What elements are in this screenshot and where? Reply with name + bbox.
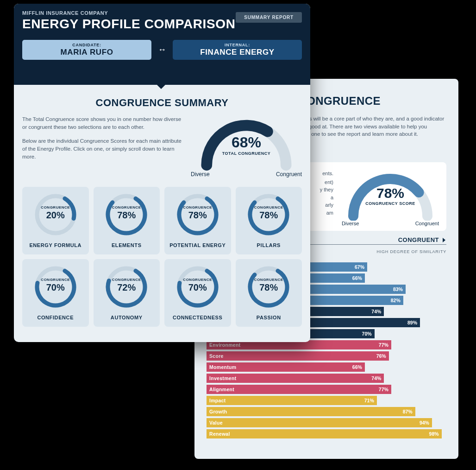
bar-value: 87%: [403, 409, 413, 414]
compare-row: CANDIDATE: MARIA RUFO ↔ INTERNAL: FINANC…: [22, 40, 302, 60]
bar-value: 89%: [407, 320, 417, 325]
congruence-card[interactable]: CONGRUENCE 78% PILLARS: [236, 187, 302, 254]
congruence-card[interactable]: CONGRUENCE 70% CONNECTEDNESS: [164, 259, 231, 327]
donut-chart: CONGRUENCE 78%: [247, 193, 290, 236]
donut-value: 78%: [176, 210, 219, 221]
bar-name: Impact: [209, 398, 226, 403]
bar-name: Growth: [209, 409, 227, 414]
internal-name: FINANCE ENERGY: [173, 48, 302, 57]
gauge-end-diverse: Diverse: [191, 171, 210, 178]
congruence-summary-title: CONGRUENCE SUMMARY: [22, 97, 302, 109]
card-title: ELEMENTS: [112, 242, 142, 248]
header-pointer-icon: [153, 81, 169, 89]
donut-chart: CONGRUENCE 78%: [176, 193, 219, 236]
bar-value: 74%: [371, 309, 381, 314]
bar-row[interactable]: Value 94%: [207, 418, 446, 427]
donut-value: 78%: [247, 282, 290, 293]
card-title: PASSION: [257, 315, 281, 320]
bar-row[interactable]: Momentum 66%: [207, 362, 446, 372]
donut-value: 78%: [105, 210, 148, 221]
internal-label: INTERNAL:: [173, 43, 302, 47]
bar-value: 67%: [355, 264, 364, 270]
congruence-card[interactable]: CONGRUENCE 72% AUTONOMY: [94, 259, 160, 327]
bar-value: 98%: [429, 431, 439, 437]
bar-row[interactable]: Impact 71%: [207, 396, 446, 405]
donut-value: 20%: [34, 210, 77, 221]
gauge-end-congruent: Congruent: [415, 221, 439, 226]
candidate-label: CANDIDATE:: [22, 43, 151, 47]
congruence-card[interactable]: CONGRUENCE 78% ELEMENTS: [94, 187, 160, 254]
bar-row[interactable]: Growth 87%: [207, 407, 446, 416]
bar-row[interactable]: Alignment 77%: [207, 385, 446, 394]
summary-para-2: Below are the individual Congruence Scor…: [22, 137, 182, 161]
swap-icon[interactable]: ↔: [158, 45, 166, 55]
bar-name: Investment: [209, 375, 236, 381]
bar-value: 76%: [376, 353, 386, 359]
back-gauge-label: CONGRUENCY SCORE: [342, 201, 439, 206]
bar-name: Score: [209, 353, 224, 359]
bar-value: 66%: [352, 275, 362, 281]
bar-name: Environment: [209, 342, 240, 348]
congruence-card[interactable]: CONGRUENCE 20% ENERGY FORMULA: [22, 187, 89, 254]
bar-name: Value: [209, 420, 223, 426]
donut-label: CONGRUENCE: [247, 278, 290, 282]
donut-value: 72%: [105, 282, 148, 293]
donut-label: CONGRUENCE: [105, 278, 148, 282]
donut-chart: CONGRUENCE 78%: [105, 193, 148, 236]
bar-name: Alignment: [209, 387, 234, 392]
card-title: ENERGY FORMULA: [29, 242, 81, 248]
bar-row[interactable]: Score 76%: [207, 351, 446, 361]
donut-chart: CONGRUENCE 70%: [176, 266, 219, 308]
card-title: AUTONOMY: [111, 315, 143, 320]
congruency-score-gauge: 78% CONGRUENCY SCORE Diverse Congruent: [342, 170, 439, 226]
donut-chart: CONGRUENCE 20%: [34, 193, 77, 236]
chevron-right-icon: [442, 238, 446, 242]
donut-label: CONGRUENCE: [176, 278, 219, 282]
internal-card[interactable]: INTERNAL: FINANCE ENERGY: [173, 40, 302, 60]
bar-value: 83%: [393, 286, 403, 292]
card-title: CONFIDENCE: [37, 315, 74, 320]
summary-description: The Total Congruence score shows you in …: [22, 115, 182, 178]
bar-value: 77%: [379, 387, 388, 392]
donut-label: CONGRUENCE: [105, 205, 148, 210]
back-gauge-pct: 78%: [342, 185, 439, 201]
candidate-name: MARIA RUFO: [22, 48, 151, 57]
gauge-end-congruent: Congruent: [276, 171, 302, 178]
congruence-card[interactable]: CONGRUENCE 78% PASSION: [236, 259, 302, 327]
card-title: CONNECTEDNESS: [173, 315, 222, 320]
congruence-card[interactable]: CONGRUENCE 70% CONFIDENCE: [22, 259, 89, 327]
bar-row[interactable]: Investment 74%: [207, 374, 446, 383]
front-header: MIFFLIN INSURANCE COMPANY ENERGY PROFILE…: [14, 4, 310, 85]
total-gauge-pct: 68%: [191, 134, 302, 151]
scale-sub: HIGH DEGREE OF SIMILARITY: [376, 249, 446, 254]
bar-value: 71%: [364, 398, 374, 403]
donut-value: 70%: [34, 282, 77, 293]
donut-label: CONGRUENCE: [34, 205, 77, 210]
front-body: CONGRUENCE SUMMARY The Total Congruence …: [14, 85, 310, 335]
congruence-cards-grid: CONGRUENCE 20% ENERGY FORMULA CONGRUENCE…: [22, 187, 302, 327]
donut-chart: CONGRUENCE 72%: [105, 266, 148, 308]
bar-value: 82%: [391, 298, 401, 303]
bar-name: Renewal: [209, 431, 230, 437]
donut-chart: CONGRUENCE 78%: [247, 266, 290, 308]
donut-value: 78%: [247, 210, 290, 221]
bar-value: 66%: [352, 364, 362, 370]
donut-label: CONGRUENCE: [247, 205, 290, 210]
bar-value: 70%: [362, 331, 372, 337]
bar-value: 77%: [379, 342, 388, 348]
card-title: PILLARS: [257, 242, 281, 248]
total-congruency-gauge: 68% TOTAL CONGRUENCY Diverse Congruent: [191, 115, 302, 178]
bar-value: 74%: [371, 375, 381, 381]
bar-value: 94%: [420, 420, 429, 426]
donut-label: CONGRUENCE: [176, 205, 219, 210]
gauge-end-diverse: Diverse: [342, 221, 359, 226]
front-panel: MIFFLIN INSURANCE COMPANY ENERGY PROFILE…: [14, 4, 310, 342]
summary-report-button[interactable]: SUMMARY REPORT: [236, 12, 302, 23]
bar-row[interactable]: Renewal 98%: [207, 429, 446, 438]
donut-value: 70%: [176, 282, 219, 293]
bar-name: Momentum: [209, 364, 236, 370]
congruence-card[interactable]: CONGRUENCE 78% POTENTIAL ENERGY: [164, 187, 231, 254]
candidate-card[interactable]: CANDIDATE: MARIA RUFO: [22, 40, 151, 60]
summary-para-1: The Total Congruence score shows you in …: [22, 115, 182, 132]
donut-label: CONGRUENCE: [34, 278, 77, 282]
